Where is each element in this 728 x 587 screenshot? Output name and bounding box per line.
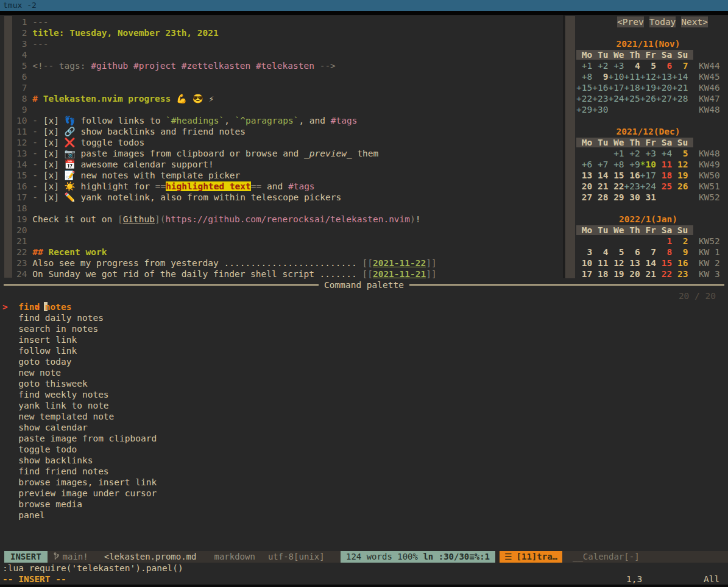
editor-line[interactable]: 8 # Telekasten.nvim progress 💪 😎 ⚡	[16, 93, 437, 104]
calendar-day[interactable]: +23	[592, 94, 608, 104]
calendar-day[interactable]: 28	[592, 192, 608, 202]
calendar-day[interactable]: 7	[672, 61, 688, 71]
calendar-day[interactable]: 19	[608, 269, 624, 279]
calendar-day[interactable]: +17	[640, 170, 656, 180]
editor-line[interactable]: 24 On Sunday we got rid of the daily fin…	[16, 269, 437, 279]
palette-item[interactable]: new templated note	[2, 411, 157, 422]
palette-item[interactable]: find weekly notes	[2, 389, 157, 400]
calendar-day[interactable]: 16	[624, 170, 640, 180]
calendar-nav-button[interactable]: Next>	[681, 16, 708, 27]
calendar-day[interactable]: 18	[656, 170, 672, 180]
editor-line[interactable]: 19 Check it out on [Github](https://gith…	[16, 214, 437, 225]
calendar-day[interactable]: 26	[672, 181, 688, 191]
calendar-day[interactable]: +26	[640, 94, 656, 104]
calendar-day[interactable]: 20	[576, 181, 592, 191]
calendar-day[interactable]: 14	[592, 170, 608, 180]
calendar-day[interactable]: 13	[624, 258, 640, 268]
palette-item[interactable]: show calendar	[2, 422, 157, 433]
calendar-day[interactable]: 15	[608, 170, 624, 180]
editor-line[interactable]: 1 ---	[16, 16, 437, 27]
calendar-day[interactable]: +24	[608, 94, 624, 104]
editor-line[interactable]: 6	[16, 71, 437, 82]
calendar-day[interactable]: +10	[608, 72, 624, 82]
editor-line[interactable]: 11 - [x] 🔗 show backlinks and friend not…	[16, 126, 437, 137]
calendar-day[interactable]: +3	[608, 61, 624, 71]
editor-line[interactable]: 13 - [x] 📷 paste images from clipboard o…	[16, 148, 437, 159]
calendar-day[interactable]: 27	[576, 192, 592, 202]
calendar-day[interactable]: +9	[624, 160, 640, 169]
palette-item[interactable]: find friend notes	[2, 466, 157, 477]
editor-line[interactable]: 22 ## Recent work	[16, 247, 437, 258]
calendar-day[interactable]: 9	[592, 72, 608, 82]
calendar-day[interactable]: +19	[640, 83, 656, 93]
calendar-day[interactable]: 14	[640, 258, 656, 268]
editor-line[interactable]: 3 ---	[16, 38, 437, 49]
palette-item[interactable]: yank link to note	[2, 400, 157, 411]
calendar-nav-button[interactable]: Today	[649, 16, 676, 27]
editor-line[interactable]: 9	[16, 104, 437, 115]
calendar-day[interactable]: 8	[656, 247, 672, 257]
editor-line[interactable]: 15 - [x] 📝 new notes with template picke…	[16, 170, 437, 181]
buffer-tab-active[interactable]: ☰[11]tra…	[500, 551, 562, 563]
calendar-day[interactable]: 11	[592, 258, 608, 268]
calendar-day[interactable]: +16	[592, 83, 608, 93]
calendar-day[interactable]: 17	[576, 269, 592, 279]
editor-line[interactable]: 23 Also see my progress from yesterday .…	[16, 258, 437, 269]
calendar-day[interactable]: +28	[672, 94, 688, 104]
calendar-day[interactable]: +2	[592, 61, 608, 71]
editor-line[interactable]: 14 - [x] 📅 awesome calendar support!	[16, 159, 437, 170]
calendar-day[interactable]: 20	[624, 269, 640, 279]
palette-item[interactable]: insert link	[2, 334, 157, 345]
palette-prompt[interactable]: >	[2, 290, 48, 301]
calendar-day[interactable]: 18	[592, 269, 608, 279]
calendar-day[interactable]: 6	[656, 61, 672, 71]
calendar-day[interactable]: 16	[672, 258, 688, 268]
calendar-day[interactable]: 3	[576, 247, 592, 257]
editor-line[interactable]: 18	[16, 203, 437, 214]
editor-line[interactable]: 12 - [x] ❌ toggle todos	[16, 137, 437, 148]
calendar-day[interactable]: +25	[624, 94, 640, 104]
palette-item[interactable]: preview image under cursor	[2, 488, 157, 499]
calendar-day[interactable]: 29	[608, 192, 624, 202]
window-titlebar[interactable]: tmux -2	[0, 0, 728, 11]
calendar-day[interactable]: 12	[672, 160, 688, 169]
calendar-day[interactable]: +24	[640, 181, 656, 191]
calendar-day[interactable]: +22	[576, 94, 592, 104]
calendar-day[interactable]: 5	[640, 61, 656, 71]
palette-item[interactable]: panel	[2, 510, 157, 521]
palette-item[interactable]: follow link	[2, 345, 157, 356]
palette-item[interactable]: search in notes	[2, 323, 157, 334]
calendar-day[interactable]: +27	[656, 94, 672, 104]
calendar-day[interactable]: 31	[640, 192, 656, 202]
calendar-day[interactable]: 4	[624, 61, 640, 71]
calendar-day[interactable]: 4	[592, 247, 608, 257]
editor-line[interactable]: 21	[16, 236, 437, 247]
calendar-day[interactable]: +7	[592, 160, 608, 169]
palette-item[interactable]: new note	[2, 367, 157, 378]
calendar-day[interactable]: +8	[576, 72, 592, 82]
calendar-day[interactable]: 6	[624, 247, 640, 257]
calendar-day[interactable]: 13	[576, 170, 592, 180]
calendar-day[interactable]: 22	[656, 269, 672, 279]
calendar-day[interactable]: +13	[656, 72, 672, 82]
calendar-day[interactable]: +20	[656, 83, 672, 93]
calendar-day[interactable]: 21	[592, 181, 608, 191]
palette-item[interactable]: find daily notes	[2, 312, 157, 323]
calendar-day[interactable]: +17	[608, 83, 624, 93]
palette-item-selected[interactable]: > find notes	[2, 301, 157, 312]
calendar-day-today[interactable]: 10	[646, 160, 656, 169]
calendar-day[interactable]: +1	[576, 61, 592, 71]
calendar-day[interactable]: 22	[608, 181, 624, 191]
palette-item[interactable]: paste image from clipboard	[2, 433, 157, 444]
editor-line[interactable]: 5 <!-- tags: #github #project #zettelkas…	[16, 60, 437, 71]
palette-item[interactable]: show backlinks	[2, 455, 157, 466]
calendar-day[interactable]: +6	[576, 160, 592, 169]
calendar-day[interactable]: 2	[672, 236, 688, 246]
editor-line[interactable]: 4	[16, 49, 437, 60]
command-line[interactable]: :lua require('telekasten').panel()	[2, 563, 183, 574]
calendar-day[interactable]: 15	[656, 258, 672, 268]
calendar-day[interactable]: 10	[576, 258, 592, 268]
palette-item[interactable]: goto today	[2, 356, 157, 367]
calendar-nav-button[interactable]: <Prev	[617, 16, 644, 27]
calendar-day[interactable]: 5	[672, 149, 688, 158]
